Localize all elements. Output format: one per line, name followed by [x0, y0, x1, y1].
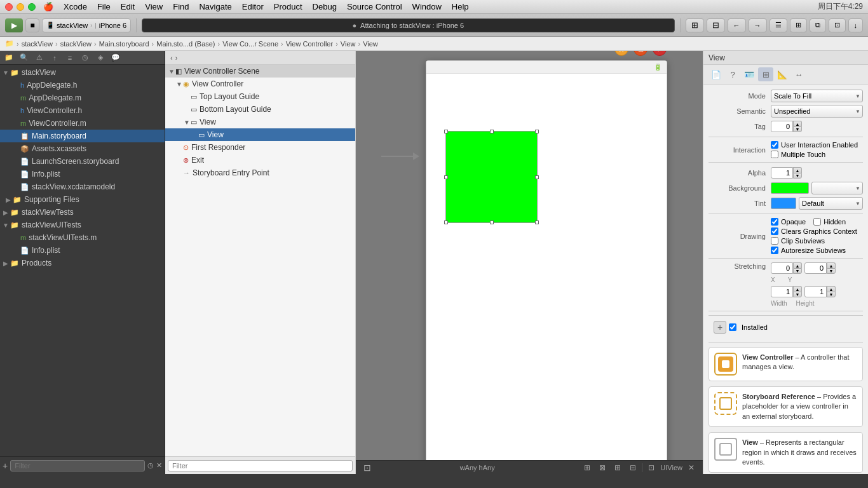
breadcrumb-item-8[interactable]: View	[341, 40, 356, 48]
stretch-x-incr[interactable]: ▲	[793, 262, 802, 268]
inspector-toggle[interactable]: ⊡	[829, 18, 846, 32]
installed-add-btn[interactable]: +	[714, 321, 726, 334]
alpha-decrement[interactable]: ▼	[793, 173, 802, 179]
menu-xcode[interactable]: Xcode	[64, 2, 87, 11]
multiple-touch-checkbox[interactable]	[771, 151, 778, 158]
breadcrumb-item-5[interactable]: Main.sto...d (Base)	[156, 40, 215, 48]
scene-icon-fr[interactable]: ⊞	[634, 51, 648, 56]
maximize-button[interactable]	[28, 3, 36, 11]
breadcrumb-item-3[interactable]: stackView	[60, 40, 92, 48]
tree-item-supporting-files[interactable]: ▶ 📁 Supporting Files	[0, 193, 165, 206]
close-button[interactable]	[5, 3, 13, 11]
stretch-y-incr[interactable]: ▲	[827, 262, 836, 268]
apple-menu[interactable]: 🍎	[43, 2, 53, 11]
outline-top-layout[interactable]: ▶ ▭ Top Layout Guide	[165, 90, 355, 103]
sidebar-filter-recent-icon[interactable]: ◷	[147, 461, 154, 470]
nav-bookmark-icon[interactable]: ≡	[64, 53, 76, 63]
breadcrumb-item-2[interactable]: stackView	[22, 40, 53, 48]
alpha-increment[interactable]: ▲	[793, 167, 802, 173]
toggle-products[interactable]: ▶	[3, 260, 9, 267]
stretch-w-decr[interactable]: ▼	[793, 292, 802, 297]
breadcrumb-item-7[interactable]: View Controller	[286, 40, 333, 48]
handle-bl[interactable]	[444, 220, 448, 224]
back-btn[interactable]: ←	[728, 18, 746, 32]
menu-window[interactable]: Window	[412, 2, 442, 11]
tint-color-swatch[interactable]	[771, 198, 796, 209]
tint-select[interactable]: Default	[799, 197, 863, 210]
menu-editor[interactable]: Editor	[242, 2, 264, 11]
editor-split-toggle[interactable]: ⊡	[645, 462, 658, 473]
outline-first-responder[interactable]: ▶ ⊙ First Responder	[165, 141, 355, 154]
nav-folder-icon[interactable]: 📁	[3, 53, 15, 63]
tree-item-info-plist2[interactable]: ▶ 📄 Info.plist	[0, 244, 165, 257]
tree-item-stackviewtests[interactable]: ▶ 📁 stackViewTests	[0, 206, 165, 219]
handle-tl[interactable]	[444, 130, 448, 133]
alpha-input[interactable]	[771, 167, 793, 179]
nav-breakpoint-icon[interactable]: ◈	[94, 53, 107, 63]
canvas-content[interactable]: W ⊞ ↗ 🔋	[356, 51, 703, 460]
forward-btn[interactable]: →	[749, 18, 767, 32]
tree-item-uitests-m[interactable]: ▶ m stackViewUITests.m	[0, 231, 165, 244]
outline-view-child[interactable]: ▶ ▭ View	[165, 128, 355, 141]
stretch-h-input[interactable]	[804, 286, 827, 297]
size-class-icon-4[interactable]: ⊟	[627, 462, 639, 473]
inspector-tab-identity[interactable]: 🪪	[742, 67, 757, 81]
size-class-icon-3[interactable]: ⊞	[611, 462, 624, 473]
tree-item-xcdatamodeld[interactable]: ▶ 📄 stackView.xcdatamodeld	[0, 180, 165, 193]
stretch-x-input[interactable]	[771, 262, 793, 274]
menu-help[interactable]: Help	[452, 2, 469, 11]
toggle-view-parent[interactable]: ▼	[183, 119, 191, 126]
menu-source-control[interactable]: Source Control	[347, 2, 402, 11]
toggle-stackviewtests[interactable]: ▶	[3, 209, 9, 216]
menu-navigate[interactable]: Navigate	[199, 2, 231, 11]
nav-history-icon[interactable]: ◷	[79, 53, 92, 63]
stretch-h-incr[interactable]: ▲	[827, 286, 836, 292]
toggle-stackviewuitests[interactable]: ▼	[3, 222, 9, 229]
hidden-checkbox[interactable]	[813, 218, 821, 226]
menu-file[interactable]: File	[97, 2, 111, 11]
editor-assistant[interactable]: ⊞	[790, 18, 807, 32]
clip-subviews-checkbox[interactable]	[771, 237, 778, 245]
tree-item-info-plist[interactable]: ▶ 📄 Info.plist	[0, 168, 165, 180]
editor-standard[interactable]: ☰	[770, 18, 787, 32]
clears-graphics-checkbox[interactable]	[771, 227, 778, 235]
utilities-toggle[interactable]: ↓	[848, 18, 864, 32]
menu-find[interactable]: Find	[173, 2, 189, 11]
toggle-supporting-files[interactable]: ▶	[5, 196, 11, 203]
nav-log-icon[interactable]: 💬	[109, 53, 122, 63]
breadcrumb-item-4[interactable]: Main.storyboard	[99, 40, 149, 48]
scheme-selector[interactable]: 📱 stackView › | iPhone 6	[42, 18, 131, 32]
tag-decrement[interactable]: ▼	[793, 126, 802, 132]
tree-item-viewcontroller-m[interactable]: ▶ m ViewController.m	[0, 117, 165, 130]
tag-increment[interactable]: ▲	[793, 121, 802, 126]
breadcrumb-item-9[interactable]: View	[363, 40, 378, 48]
outline-storyboard-entry[interactable]: ▶ → Storyboard Entry Point	[165, 166, 355, 179]
sidebar-filter-clear-icon[interactable]: ✕	[156, 461, 162, 470]
scene-icon-vc[interactable]: W	[614, 51, 628, 56]
menu-product[interactable]: Product	[274, 2, 302, 11]
size-class-icon-2[interactable]: ⊠	[596, 462, 609, 473]
stretch-h-decr[interactable]: ▼	[827, 292, 836, 297]
installed-checkbox[interactable]	[729, 323, 736, 331]
nav-search-icon[interactable]: 🔍	[18, 53, 31, 63]
handle-ml[interactable]	[444, 175, 448, 179]
menu-edit[interactable]: Edit	[121, 2, 135, 11]
navigator-toggle[interactable]: ⊞	[686, 18, 704, 32]
handle-bm[interactable]	[490, 220, 494, 224]
iphone-frame[interactable]: W ⊞ ↗ 🔋	[426, 60, 667, 460]
minimize-button[interactable]	[17, 3, 24, 11]
outline-view-parent[interactable]: ▼ ▭ View	[165, 116, 355, 128]
toggle-stackview-root[interactable]: ▼	[3, 69, 9, 76]
breadcrumb-item-1[interactable]: 📁	[5, 39, 14, 48]
handle-tr[interactable]	[535, 130, 539, 133]
debug-toggle[interactable]: ⊟	[707, 18, 725, 32]
toggle-vc-scene[interactable]: ▼	[168, 68, 175, 75]
tree-item-viewcontroller-h[interactable]: ▶ h ViewController.h	[0, 104, 165, 117]
tree-item-launchscreen[interactable]: ▶ 📄 LaunchScreen.storyboard	[0, 155, 165, 168]
iphone-content[interactable]	[426, 74, 667, 460]
inspector-tab-file[interactable]: 📄	[709, 67, 724, 81]
close-canvas-btn[interactable]: ✕	[685, 462, 698, 473]
canvas-toggle-btn[interactable]: ⊡	[361, 462, 374, 473]
stop-button[interactable]: ■	[25, 18, 39, 32]
autoresize-subviews-checkbox[interactable]	[771, 247, 778, 254]
